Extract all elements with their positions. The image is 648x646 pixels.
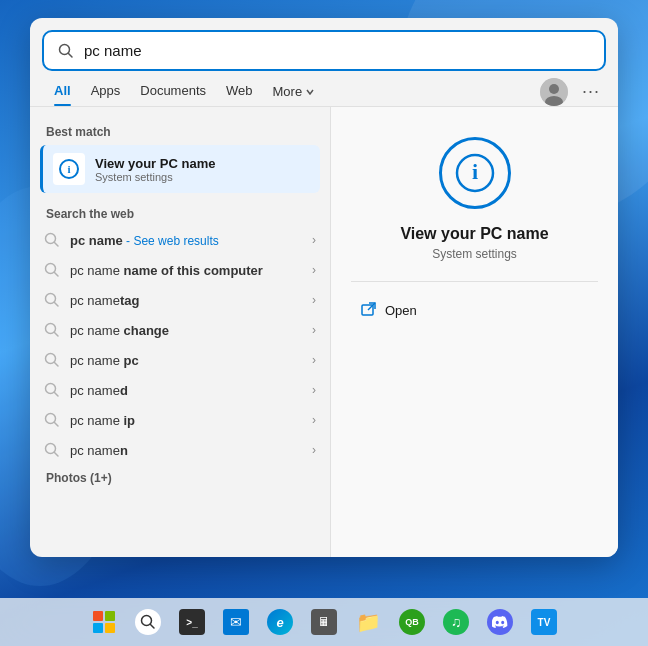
- taskbar-mail[interactable]: ✉: [216, 602, 256, 642]
- taskbar-quickbooks[interactable]: QB: [392, 602, 432, 642]
- taskbar-windows-start[interactable]: [84, 602, 124, 642]
- file-explorer-icon: 📁: [355, 609, 381, 635]
- taskbar-calculator[interactable]: 🖩: [304, 602, 344, 642]
- svg-line-10: [55, 273, 59, 277]
- search-result-icon: [44, 292, 60, 308]
- avatar[interactable]: [540, 78, 568, 106]
- web-result-1-text: pc name - See web results: [70, 233, 312, 248]
- web-result-1[interactable]: pc name - See web results ›: [30, 225, 330, 255]
- result-subtitle: System settings: [432, 247, 517, 261]
- tabs-row: All Apps Documents Web More ···: [30, 71, 618, 107]
- search-taskbar-icon: [135, 609, 161, 635]
- svg-line-18: [55, 393, 59, 397]
- arrow-icon-2: ›: [312, 263, 316, 277]
- search-result-icon: [44, 442, 60, 458]
- web-result-6-text: pc named: [70, 383, 312, 398]
- taskbar-terminal[interactable]: >_: [172, 602, 212, 642]
- tab-apps[interactable]: Apps: [81, 77, 131, 106]
- web-result-8-text: pc namen: [70, 443, 312, 458]
- web-result-3-text: pc nametag: [70, 293, 312, 308]
- tabs-right-actions: ···: [540, 78, 604, 106]
- teamviewer-icon: TV: [531, 609, 557, 635]
- taskbar-search[interactable]: [128, 602, 168, 642]
- svg-line-20: [55, 423, 59, 427]
- web-result-5-text: pc name pc: [70, 353, 312, 368]
- svg-line-12: [55, 303, 59, 307]
- terminal-icon: >_: [179, 609, 205, 635]
- svg-line-14: [55, 333, 59, 337]
- best-match-app-icon: i: [53, 153, 85, 185]
- web-result-3[interactable]: pc nametag ›: [30, 285, 330, 315]
- more-options-button[interactable]: ···: [578, 81, 604, 102]
- arrow-icon-4: ›: [312, 323, 316, 337]
- open-label[interactable]: Open: [385, 303, 417, 318]
- windows-logo-icon: [93, 611, 115, 633]
- edge-icon: e: [267, 609, 293, 635]
- search-result-icon: [44, 232, 60, 248]
- search-result-icon: [44, 352, 60, 368]
- right-panel: i View your PC name System settings Open: [330, 107, 618, 557]
- best-match-item[interactable]: i View your PC name System settings: [40, 145, 320, 193]
- spotify-icon: ♫: [443, 609, 469, 635]
- divider: [351, 281, 598, 282]
- result-icon-large: i: [439, 137, 511, 209]
- svg-line-26: [368, 303, 375, 310]
- web-result-8[interactable]: pc namen ›: [30, 435, 330, 465]
- search-result-icon: [44, 382, 60, 398]
- open-icon: [361, 302, 377, 318]
- web-result-4-text: pc name change: [70, 323, 312, 338]
- svg-line-16: [55, 363, 59, 367]
- search-result-icon: [44, 322, 60, 338]
- tab-all[interactable]: All: [44, 77, 81, 106]
- search-panel: pc name All Apps Documents Web More ···: [30, 18, 618, 557]
- web-result-4[interactable]: pc name change ›: [30, 315, 330, 345]
- svg-text:i: i: [471, 159, 477, 184]
- open-button[interactable]: Open: [351, 296, 427, 324]
- web-result-7-text: pc name ip: [70, 413, 312, 428]
- web-result-6[interactable]: pc named ›: [30, 375, 330, 405]
- search-result-icon: [44, 412, 60, 428]
- svg-line-1: [69, 53, 73, 57]
- arrow-icon-6: ›: [312, 383, 316, 397]
- web-result-2-text: pc name name of this computer: [70, 263, 312, 278]
- arrow-icon-7: ›: [312, 413, 316, 427]
- taskbar: >_ ✉ e 🖩 📁 QB ♫ TV: [0, 598, 648, 646]
- photos-section-label: Photos (1+): [30, 465, 330, 489]
- search-input[interactable]: pc name: [84, 42, 590, 59]
- search-result-icon: [44, 262, 60, 278]
- taskbar-file-explorer[interactable]: 📁: [348, 602, 388, 642]
- svg-line-8: [55, 243, 59, 247]
- taskbar-spotify[interactable]: ♫: [436, 602, 476, 642]
- calculator-icon: 🖩: [311, 609, 337, 635]
- web-result-5[interactable]: pc name pc ›: [30, 345, 330, 375]
- svg-point-3: [549, 84, 559, 94]
- taskbar-discord[interactable]: [480, 602, 520, 642]
- tab-web[interactable]: Web: [216, 77, 263, 106]
- svg-line-28: [151, 625, 155, 629]
- search-bar[interactable]: pc name: [42, 30, 606, 71]
- tab-documents[interactable]: Documents: [130, 77, 216, 106]
- tab-more[interactable]: More: [263, 78, 326, 105]
- mail-icon: ✉: [223, 609, 249, 635]
- best-match-text: View your PC name System settings: [95, 156, 215, 183]
- taskbar-teamviewer[interactable]: TV: [524, 602, 564, 642]
- arrow-icon-8: ›: [312, 443, 316, 457]
- arrow-icon-3: ›: [312, 293, 316, 307]
- quickbooks-icon: QB: [399, 609, 425, 635]
- taskbar-edge[interactable]: e: [260, 602, 300, 642]
- web-result-2[interactable]: pc name name of this computer ›: [30, 255, 330, 285]
- discord-icon: [487, 609, 513, 635]
- arrow-icon-1: ›: [312, 233, 316, 247]
- arrow-icon-5: ›: [312, 353, 316, 367]
- svg-line-22: [55, 453, 59, 457]
- search-icon: [58, 43, 74, 59]
- chevron-down-icon: [305, 87, 315, 97]
- search-web-label: Search the web: [30, 197, 330, 225]
- left-panel: Best match i View your PC name System se…: [30, 107, 330, 557]
- result-title: View your PC name: [400, 225, 548, 243]
- best-match-label: Best match: [30, 121, 330, 145]
- web-result-7[interactable]: pc name ip ›: [30, 405, 330, 435]
- main-content: Best match i View your PC name System se…: [30, 107, 618, 557]
- svg-text:i: i: [67, 163, 70, 175]
